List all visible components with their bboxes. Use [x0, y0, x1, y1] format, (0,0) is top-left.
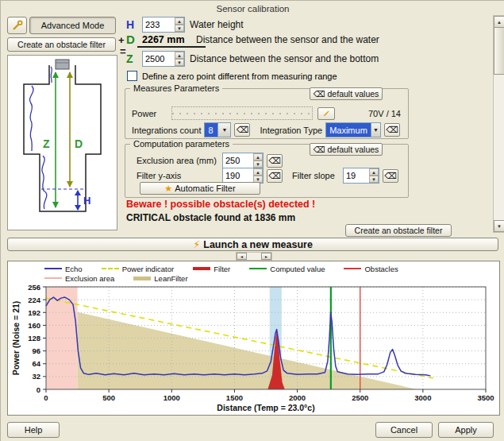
legend-label: LeanFilter — [154, 274, 187, 283]
scrollbar-track[interactable] — [247, 253, 261, 260]
svg-text:500: 500 — [102, 393, 115, 402]
water-height-spinner[interactable]: 233 ▲ ▼ — [142, 17, 185, 33]
dropdown-icon[interactable]: ▼ — [217, 123, 230, 137]
water-height-row: H 233 ▲ ▼ Water height — [126, 17, 244, 33]
svg-text:256: 256 — [28, 283, 40, 292]
measurement-plot: 0500100015002000250030003500032649612816… — [10, 283, 496, 413]
exclusion-area-value: 250 — [223, 153, 253, 168]
integrations-count-value: 8 — [205, 123, 217, 137]
integration-type-value: Maximum — [326, 123, 371, 137]
apply-button[interactable]: Apply — [438, 422, 494, 438]
h-label: H — [126, 18, 137, 31]
power-value: 70V / 14 — [368, 109, 401, 118]
scroll-up-icon[interactable]: ▲ — [494, 16, 504, 28]
diagram-d-label: D — [75, 137, 83, 150]
measures-default-values-button[interactable]: ⌫ default values — [310, 87, 383, 100]
integrations-row: Integrations count 8 ▼ ⌫ Integration Typ… — [132, 122, 400, 137]
integration-type-select[interactable]: Maximum ▼ — [325, 122, 381, 137]
spin-down-icon[interactable]: ▼ — [175, 59, 184, 66]
sensor-bottom-spinner[interactable]: 2500 ▲ ▼ — [142, 51, 185, 67]
automatic-filter-row: ★ Automatic Filter — [140, 182, 260, 195]
magic-wand-icon — [323, 109, 329, 118]
legend-label: Echo — [65, 265, 83, 273]
computation-parameters-title: Computation parameters — [130, 139, 233, 149]
integration-type-label: Integration Type — [260, 126, 322, 135]
filter-y-reset-button[interactable]: ⌫ — [267, 169, 283, 183]
power-slider[interactable] — [171, 106, 313, 120]
legend-item-computed-value: Computed value — [249, 265, 325, 273]
legend-swatch — [193, 267, 210, 270]
exclusion-area-row: Exclusion area (mm) 250 ▲ ▼ ⌫ — [137, 153, 283, 168]
tank-diagram-svg: Z D H — [8, 56, 115, 228]
svg-text:224: 224 — [28, 296, 41, 304]
filter-y-axis-value: 190 — [223, 168, 253, 183]
tank-diagram: Z D H — [7, 55, 117, 230]
legend-row: EchoPower indicatorFilterComputed valueO… — [8, 264, 499, 273]
launch-measure-button[interactable]: ⚡ Launch a new measure — [7, 238, 498, 251]
spin-up-icon[interactable]: ▲ — [253, 153, 263, 161]
spin-up-icon[interactable]: ▲ — [253, 168, 263, 176]
cancel-label: Cancel — [391, 425, 417, 435]
d-label: D — [126, 33, 137, 46]
integrations-reset-button[interactable]: ⌫ — [234, 123, 250, 137]
legend-item-echo: Echo — [44, 265, 83, 273]
create-obstacle-filter-button-right[interactable]: Create an obstacle filter — [345, 224, 452, 237]
help-button[interactable]: Help — [7, 422, 60, 438]
legend-swatch — [344, 268, 361, 269]
measure-mini-scrollbar[interactable]: ◄ ► — [236, 252, 272, 261]
exclusion-area-spinner[interactable]: 250 ▲ ▼ — [222, 153, 264, 168]
spinner-buttons: ▲ ▼ — [253, 153, 263, 168]
legend-swatch — [44, 268, 62, 269]
water-height-desc: Water height — [190, 19, 244, 30]
svg-text:128: 128 — [28, 334, 40, 342]
scroll-right-icon[interactable]: ► — [261, 253, 271, 260]
exclusion-reset-button[interactable]: ⌫ — [267, 154, 283, 168]
zero-point-row: Define a zero point different from measu… — [127, 71, 337, 81]
scroll-down-icon[interactable]: ▼ — [494, 220, 504, 232]
filter-slope-label: Filter slope — [292, 171, 340, 180]
params-scrollbar[interactable]: ▲ ▼ — [493, 15, 504, 233]
tools-button[interactable] — [7, 17, 27, 34]
create-obstacle-filter-button[interactable]: Create an obstacle filter — [7, 37, 116, 52]
auto-power-button[interactable] — [317, 107, 335, 120]
zero-point-checkbox[interactable] — [127, 71, 137, 81]
svg-text:1500: 1500 — [226, 393, 243, 402]
spin-down-icon[interactable]: ▼ — [253, 161, 263, 168]
filter-y-axis-label: Filter y-axis — [137, 171, 219, 180]
svg-text:2500: 2500 — [352, 393, 368, 402]
legend-label: Filter — [214, 265, 230, 273]
computation-default-values-button[interactable]: ⌫ default values — [310, 143, 383, 156]
integrations-count-select[interactable]: 8 ▼ — [204, 122, 231, 137]
filter-slope-reset-button[interactable]: ⌫ — [383, 169, 398, 183]
measures-parameters-group: Measures Parameters ⌫ default values Pow… — [125, 88, 409, 139]
flash-icon: ⚡ — [193, 238, 200, 250]
z-label: Z — [126, 52, 137, 65]
advanced-mode-button[interactable]: Advanced Mode — [29, 17, 116, 34]
obstacle-warning-text: Beware ! possible obstacle(s) detected ! — [126, 199, 315, 210]
diagram-z-label: Z — [43, 137, 50, 150]
sensor-icon — [56, 60, 69, 69]
dropdown-icon[interactable]: ▼ — [371, 123, 380, 137]
spin-up-icon[interactable]: ▲ — [175, 52, 184, 59]
filter-slope-spinner[interactable]: 19 ▲ ▼ — [343, 168, 379, 184]
legend-label: Computed value — [270, 265, 325, 273]
integration-type-reset-button[interactable]: ⌫ — [384, 123, 400, 137]
spin-down-icon[interactable]: ▼ — [175, 25, 184, 32]
filter-y-axis-spinner[interactable]: 190 ▲ ▼ — [222, 168, 264, 184]
integrations-count-label: Integrations count — [132, 126, 201, 135]
spin-up-icon[interactable]: ▲ — [369, 168, 379, 176]
scrollbar-thumb[interactable] — [494, 27, 504, 75]
spin-up-icon[interactable]: ▲ — [175, 17, 184, 25]
delete-icon: ⌫ — [386, 125, 398, 135]
automatic-filter-button[interactable]: ★ Automatic Filter — [140, 182, 260, 195]
spin-down-icon[interactable]: ▼ — [369, 176, 379, 183]
chart-legend: EchoPower indicatorFilterComputed valueO… — [8, 261, 499, 283]
sensor-water-row: D 2267 mm Distance between the sensor an… — [126, 33, 379, 46]
sum-line — [137, 46, 206, 48]
scroll-left-icon[interactable]: ◄ — [237, 253, 247, 260]
svg-text:2000: 2000 — [289, 393, 306, 402]
legend-item-obstacles: Obstacles — [344, 265, 398, 273]
cancel-button[interactable]: Cancel — [375, 422, 433, 438]
power-label: Power — [132, 109, 167, 118]
sensor-water-desc: Distance between the sensor and the wate… — [196, 34, 379, 45]
